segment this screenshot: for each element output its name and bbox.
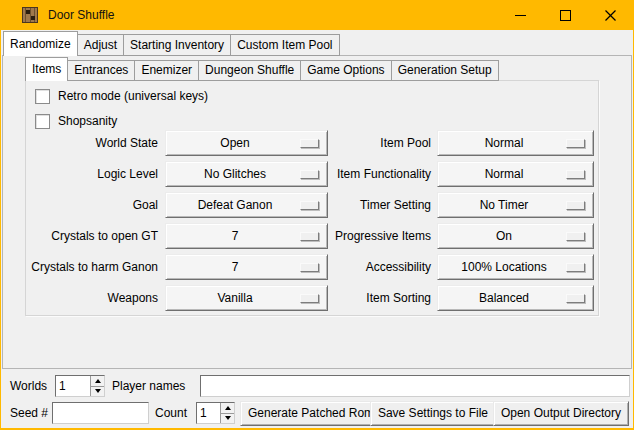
spin-up-icon xyxy=(225,406,231,410)
item-pool-label: Item Pool xyxy=(380,130,431,156)
save-settings-button[interactable]: Save Settings to File xyxy=(370,401,496,426)
count-spin-down-button[interactable] xyxy=(221,414,234,424)
minimize-icon xyxy=(515,15,526,16)
crystals-gt-dropdown[interactable]: 7 xyxy=(165,223,328,249)
tab-entrances[interactable]: Entrances xyxy=(67,60,135,81)
dropdown-indicator-icon xyxy=(566,263,585,272)
dropdown-indicator-icon xyxy=(300,263,319,272)
spin-down-icon xyxy=(225,416,231,420)
dropdown-indicator-icon xyxy=(300,294,319,303)
accessibility-value: 100% Locations xyxy=(438,260,566,274)
timer-setting-label: Timer Setting xyxy=(360,192,431,218)
count-spin-arrows xyxy=(220,403,234,423)
weapons-dropdown[interactable]: Vanilla xyxy=(165,285,328,311)
window-controls xyxy=(498,0,633,30)
worlds-value: 1 xyxy=(56,376,90,396)
count-label: Count xyxy=(155,402,187,424)
weapons-label: Weapons xyxy=(108,285,158,311)
logic-level-dropdown[interactable]: No Glitches xyxy=(165,161,328,187)
world-state-dropdown[interactable]: Open xyxy=(165,130,328,156)
tab-custom-item-pool[interactable]: Custom Item Pool xyxy=(230,34,339,56)
item-pool-value: Normal xyxy=(438,136,566,150)
seed-input[interactable] xyxy=(52,402,149,424)
timer-setting-dropdown[interactable]: No Timer xyxy=(437,192,594,218)
timer-setting-value: No Timer xyxy=(438,198,566,212)
open-output-directory-button[interactable]: Open Output Directory xyxy=(493,401,629,426)
tab-adjust[interactable]: Adjust xyxy=(77,34,124,56)
dropdown-indicator-icon xyxy=(566,201,585,210)
retro-mode-checkbox[interactable] xyxy=(35,89,50,104)
logic-level-value: No Glitches xyxy=(166,167,300,181)
worlds-spin-arrows xyxy=(90,376,104,396)
seed-label: Seed # xyxy=(10,402,48,424)
retro-mode-row: Retro mode (universal keys) xyxy=(35,88,208,104)
generate-patched-rom-button[interactable]: Generate Patched Rom xyxy=(240,401,382,426)
tab-game-options[interactable]: Game Options xyxy=(300,60,391,81)
accessibility-dropdown[interactable]: 100% Locations xyxy=(437,254,594,280)
world-state-value: Open xyxy=(166,136,300,150)
item-functionality-dropdown[interactable]: Normal xyxy=(437,161,594,187)
item-sorting-label: Item Sorting xyxy=(366,285,431,311)
goal-dropdown[interactable]: Defeat Ganon xyxy=(165,192,328,218)
worlds-spinbox[interactable]: 1 xyxy=(55,375,105,397)
world-state-label: World State xyxy=(96,130,158,156)
progressive-items-label: Progressive Items xyxy=(335,223,431,249)
close-icon xyxy=(605,10,616,21)
tab-starting-inventory[interactable]: Starting Inventory xyxy=(123,34,231,56)
player-names-input[interactable] xyxy=(200,375,630,397)
goal-label: Goal xyxy=(133,192,158,218)
crystals-gt-value: 7 xyxy=(166,229,300,243)
title-bar[interactable]: Door Shuffle xyxy=(1,0,633,30)
shopsanity-label: Shopsanity xyxy=(58,114,117,128)
accessibility-label: Accessibility xyxy=(366,254,431,280)
crystals-ganon-label: Crystals to harm Ganon xyxy=(31,254,158,280)
logic-level-label: Logic Level xyxy=(97,161,158,187)
tab-dungeon-shuffle[interactable]: Dungeon Shuffle xyxy=(198,60,301,81)
dropdown-indicator-icon xyxy=(566,294,585,303)
goal-value: Defeat Ganon xyxy=(166,198,300,212)
shopsanity-checkbox[interactable] xyxy=(35,114,50,129)
dropdown-indicator-icon xyxy=(300,232,319,241)
window-title: Door Shuffle xyxy=(48,0,115,30)
item-sorting-dropdown[interactable]: Balanced xyxy=(437,285,594,311)
tab-randomize[interactable]: Randomize xyxy=(3,31,78,56)
progressive-items-value: On xyxy=(438,229,566,243)
tab-enemizer[interactable]: Enemizer xyxy=(134,60,199,81)
maximize-button[interactable] xyxy=(543,0,588,30)
app-door-icon xyxy=(22,7,38,23)
weapons-value: Vanilla xyxy=(166,291,300,305)
tab-generation-setup[interactable]: Generation Setup xyxy=(391,60,499,81)
dropdown-indicator-icon xyxy=(300,201,319,210)
worlds-spin-up-button[interactable] xyxy=(91,376,104,387)
dropdown-indicator-icon xyxy=(300,139,319,148)
dropdown-indicator-icon xyxy=(566,232,585,241)
app-window: Door Shuffle Randomize Adjust Starting I… xyxy=(0,0,634,430)
sub-tab-bar: Items Entrances Enemizer Dungeon Shuffle… xyxy=(25,57,499,81)
crystals-ganon-value: 7 xyxy=(166,260,300,274)
maximize-icon xyxy=(560,10,571,21)
shopsanity-row: Shopsanity xyxy=(35,113,117,129)
crystals-ganon-dropdown[interactable]: 7 xyxy=(165,254,328,280)
count-spin-up-button[interactable] xyxy=(221,403,234,414)
count-value: 1 xyxy=(197,403,220,423)
worlds-spin-down-button[interactable] xyxy=(91,387,104,397)
item-pool-dropdown[interactable]: Normal xyxy=(437,130,594,156)
item-functionality-value: Normal xyxy=(438,167,566,181)
item-functionality-label: Item Functionality xyxy=(337,161,431,187)
item-sorting-value: Balanced xyxy=(438,291,566,305)
dropdown-indicator-icon xyxy=(566,170,585,179)
spin-up-icon xyxy=(95,379,101,383)
spin-down-icon xyxy=(95,389,101,393)
close-button[interactable] xyxy=(588,0,633,30)
dropdown-indicator-icon xyxy=(566,139,585,148)
count-spinbox[interactable]: 1 xyxy=(196,402,235,424)
minimize-button[interactable] xyxy=(498,0,543,30)
dropdown-indicator-icon xyxy=(300,170,319,179)
tab-items[interactable]: Items xyxy=(25,57,68,81)
progressive-items-dropdown[interactable]: On xyxy=(437,223,594,249)
retro-mode-label: Retro mode (universal keys) xyxy=(58,89,208,103)
main-tab-bar: Randomize Adjust Starting Inventory Cust… xyxy=(3,31,340,56)
worlds-label: Worlds xyxy=(10,375,47,397)
player-names-label: Player names xyxy=(112,375,185,397)
crystals-gt-label: Crystals to open GT xyxy=(51,223,158,249)
